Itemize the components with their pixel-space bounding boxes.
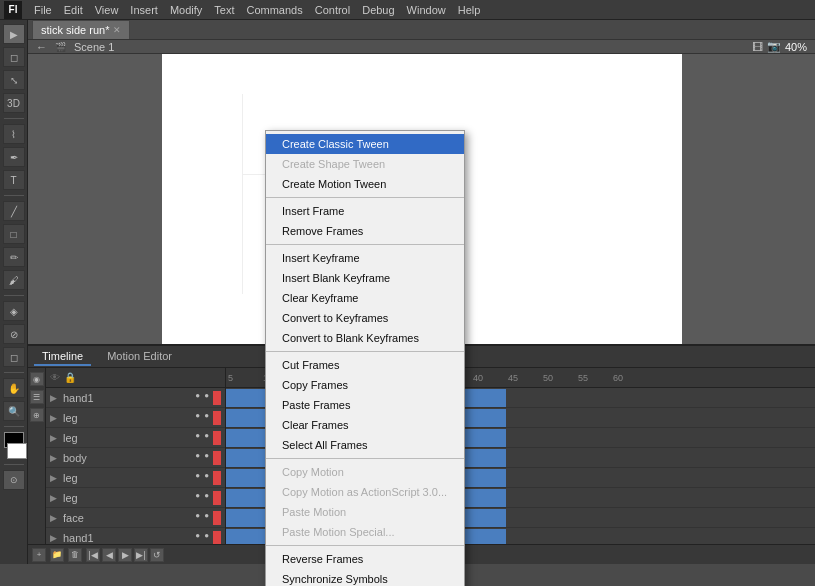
tl-layer-row-3[interactable]: ▶ body ● ● [46,448,225,468]
ctx-insert-blank-keyframe[interactable]: Insert Blank Keyframe [266,268,464,288]
zoom-value: 40% [785,41,807,53]
camera-icon: 📷 [767,40,781,53]
tl-layer-row-7[interactable]: ▶ hand1 ● ● [46,528,225,544]
breadcrumb: Scene 1 [74,41,114,53]
fill-color[interactable] [7,443,27,459]
delete-layer-btn[interactable]: 🗑 [68,548,82,562]
tl-tool-1[interactable]: ◉ [30,372,44,386]
left-toolbar: ▶ ◻ ⤡ 3D ⌇ ✒ T ╱ □ ✏ 🖌 ◈ ⊘ ◻ ✋ 🔍 ⊙ [0,20,28,564]
app-logo: Fl [4,1,22,19]
canvas-close-btn[interactable]: ✕ [113,25,121,35]
ctx-cut-frames[interactable]: Cut Frames [266,355,464,375]
text-tool[interactable]: T [3,170,25,190]
hand-tool[interactable]: ✋ [3,378,25,398]
ctx-create-motion-tween[interactable]: Create Motion Tween [266,174,464,194]
ctx-select-all-frames[interactable]: Select All Frames [266,435,464,455]
tab-motion-editor[interactable]: Motion Editor [99,348,180,366]
ctx-sep-5 [266,545,464,546]
tl-tool-2[interactable]: ☰ [30,390,44,404]
tab-timeline[interactable]: Timeline [34,348,91,366]
svg-text:60: 60 [613,373,623,383]
film-icon: 🎞 [752,41,763,53]
tool-separator-3 [4,295,24,296]
pen-tool[interactable]: ✒ [3,147,25,167]
svg-text:5: 5 [228,373,233,383]
menu-commands[interactable]: Commands [240,2,308,18]
new-layer-btn[interactable]: + [32,548,46,562]
snap-to-objects[interactable]: ⊙ [3,470,25,490]
canvas-tab-label: stick side run* [41,24,109,36]
eyedropper-tool[interactable]: ⊘ [3,324,25,344]
ctx-clear-frames[interactable]: Clear Frames [266,415,464,435]
back-btn[interactable]: ← [36,41,47,53]
menu-help[interactable]: Help [452,2,487,18]
prev-frame-btn[interactable]: ◀ [102,548,116,562]
ctx-copy-motion-as3[interactable]: Copy Motion as ActionScript 3.0... [266,482,464,502]
ctx-reverse-frames[interactable]: Reverse Frames [266,549,464,569]
tl-layer-row-1[interactable]: ▶ leg ● ● [46,408,225,428]
ctx-copy-frames[interactable]: Copy Frames [266,375,464,395]
ctx-sep-3 [266,351,464,352]
paint-bucket-tool[interactable]: ◈ [3,301,25,321]
new-folder-btn[interactable]: 📁 [50,548,64,562]
ctx-insert-frame[interactable]: Insert Frame [266,201,464,221]
ctx-insert-keyframe[interactable]: Insert Keyframe [266,248,464,268]
ctx-paste-motion[interactable]: Paste Motion [266,502,464,522]
ctx-paste-motion-special[interactable]: Paste Motion Special... [266,522,464,542]
svg-text:55: 55 [578,373,588,383]
menu-modify[interactable]: Modify [164,2,208,18]
tl-layer-row-6[interactable]: ▶ face ● ● [46,508,225,528]
subselect-tool[interactable]: ◻ [3,47,25,67]
canvas-tab-bar: stick side run* ✕ [28,20,815,40]
ctx-copy-motion[interactable]: Copy Motion [266,462,464,482]
playback-controls: |◀ ◀ ▶ ▶| ↺ [86,548,164,562]
ctx-remove-frames[interactable]: Remove Frames [266,221,464,241]
tl-layer-row-2[interactable]: ▶ leg ● ● [46,428,225,448]
svg-text:40: 40 [473,373,483,383]
tool-separator-4 [4,372,24,373]
tl-layers-col: 👁 🔒 ▶ hand1 ● ● ▶ [46,368,226,544]
ctx-clear-keyframe[interactable]: Clear Keyframe [266,288,464,308]
stage-line-1 [242,94,243,294]
line-tool[interactable]: ╱ [3,201,25,221]
brush-tool[interactable]: 🖌 [3,270,25,290]
menu-bar: Fl File Edit View Insert Modify Text Com… [0,0,815,20]
eraser-tool[interactable]: ◻ [3,347,25,367]
ctx-convert-keyframes[interactable]: Convert to Keyframes [266,308,464,328]
ctx-sep-4 [266,458,464,459]
menu-text[interactable]: Text [208,2,240,18]
zoom-indicator: 🎞 📷 40% [752,40,807,53]
loop-btn[interactable]: ↺ [150,548,164,562]
ctx-sep-1 [266,197,464,198]
tl-layer-row-5[interactable]: ▶ leg ● ● [46,488,225,508]
first-frame-btn[interactable]: |◀ [86,548,100,562]
canvas-tab-main[interactable]: stick side run* ✕ [32,20,130,39]
select-tool[interactable]: ▶ [3,24,25,44]
menu-view[interactable]: View [89,2,125,18]
pencil-tool[interactable]: ✏ [3,247,25,267]
tl-tool-3[interactable]: ⊕ [30,408,44,422]
ctx-create-shape-tween[interactable]: Create Shape Tween [266,154,464,174]
menu-insert[interactable]: Insert [124,2,164,18]
lasso-tool[interactable]: ⌇ [3,124,25,144]
free-transform-tool[interactable]: ⤡ [3,70,25,90]
breadcrumb-icon: 🎬 [55,42,66,52]
3d-tool[interactable]: 3D [3,93,25,113]
menu-file[interactable]: File [28,2,58,18]
tool-separator-6 [4,464,24,465]
ctx-convert-blank-keyframes[interactable]: Convert to Blank Keyframes [266,328,464,348]
zoom-tool[interactable]: 🔍 [3,401,25,421]
tl-layer-row-0[interactable]: ▶ hand1 ● ● [46,388,225,408]
next-frame-btn[interactable]: ▶| [134,548,148,562]
menu-control[interactable]: Control [309,2,356,18]
menu-window[interactable]: Window [401,2,452,18]
ctx-paste-frames[interactable]: Paste Frames [266,395,464,415]
tl-layer-row-4[interactable]: ▶ leg ● ● [46,468,225,488]
menu-debug[interactable]: Debug [356,2,400,18]
ctx-create-classic-tween[interactable]: Create Classic Tween [266,134,464,154]
menu-edit[interactable]: Edit [58,2,89,18]
rect-tool[interactable]: □ [3,224,25,244]
play-btn[interactable]: ▶ [118,548,132,562]
svg-text:50: 50 [543,373,553,383]
ctx-synchronize-symbols[interactable]: Synchronize Symbols [266,569,464,586]
